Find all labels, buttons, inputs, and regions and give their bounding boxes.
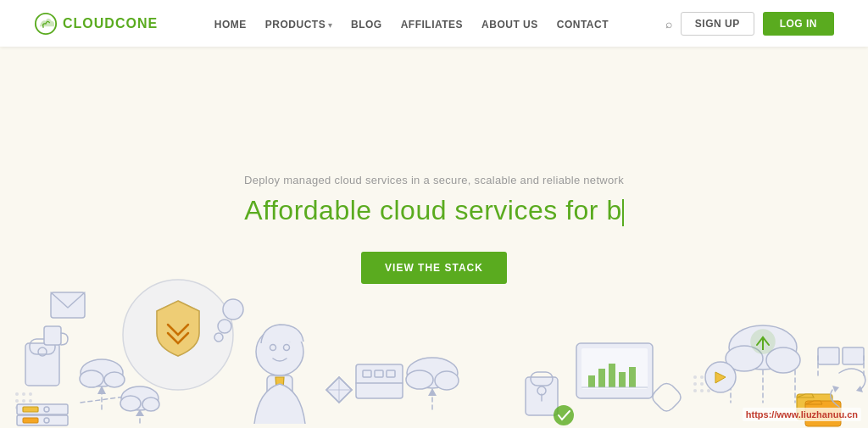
search-icon[interactable]: ⌕ (665, 17, 672, 31)
nav-contact[interactable]: CONTACT (557, 16, 609, 31)
svg-rect-15 (23, 407, 38, 412)
nav-blog[interactable]: BLOG (351, 16, 382, 31)
svg-point-75 (693, 389, 697, 392)
nav-about[interactable]: ABOUT US (481, 16, 538, 31)
signup-button[interactable]: SIGN UP (681, 12, 754, 36)
svg-point-28 (223, 299, 243, 320)
svg-point-9 (29, 399, 32, 403)
logo-icon (34, 12, 58, 36)
login-button[interactable]: LOG IN (763, 12, 834, 36)
svg-rect-63 (588, 375, 595, 387)
svg-marker-55 (428, 388, 437, 396)
svg-point-73 (700, 382, 704, 386)
svg-point-60 (554, 405, 574, 425)
logo[interactable]: CLOUDCONE (34, 12, 158, 36)
svg-rect-16 (23, 418, 38, 423)
svg-point-38 (142, 397, 159, 411)
nav-products[interactable]: PRODUCTS (265, 16, 332, 31)
svg-point-76 (700, 389, 704, 392)
svg-rect-66 (619, 372, 626, 387)
svg-point-72 (693, 382, 697, 386)
svg-rect-65 (609, 364, 615, 387)
hero-subtitle: Deploy managed cloud services in a secur… (244, 174, 624, 186)
svg-point-69 (693, 375, 697, 379)
svg-point-29 (218, 320, 231, 333)
svg-rect-46 (356, 364, 403, 398)
svg-point-52 (406, 370, 433, 389)
svg-marker-91 (832, 386, 839, 392)
svg-point-30 (214, 333, 223, 342)
svg-point-5 (22, 392, 25, 396)
svg-rect-64 (598, 369, 605, 387)
nav-menu: HOME PRODUCTS BLOG AFFILIATES ABOUT US C… (214, 16, 609, 31)
svg-rect-93 (843, 347, 864, 364)
svg-rect-92 (818, 347, 839, 364)
svg-rect-26 (44, 326, 61, 345)
svg-point-37 (120, 396, 141, 411)
nav-home[interactable]: HOME (214, 16, 247, 31)
nav-affiliates[interactable]: AFFILIATES (401, 16, 463, 31)
svg-point-8 (22, 399, 25, 403)
nav-right: ⌕ SIGN UP LOG IN (665, 12, 834, 36)
svg-point-4 (15, 392, 19, 396)
svg-point-21 (104, 372, 125, 387)
svg-point-6 (29, 392, 32, 396)
svg-point-53 (435, 371, 459, 390)
svg-rect-67 (629, 367, 636, 387)
hero-illustration: .il { fill: none; stroke: #b0b8d0; strok… (0, 208, 868, 428)
logo-text: CLOUDCONE (63, 16, 158, 31)
svg-point-7 (15, 399, 19, 403)
svg-point-70 (700, 375, 704, 379)
navbar: CLOUDCONE HOME PRODUCTS BLOG AFFILIATES … (0, 0, 868, 47)
hero-section: Deploy managed cloud services in a secur… (0, 47, 868, 428)
svg-point-77 (707, 389, 710, 392)
svg-point-20 (80, 370, 103, 387)
svg-point-80 (766, 347, 800, 373)
watermark: https://www.liuzhanuu.cn (743, 408, 861, 421)
